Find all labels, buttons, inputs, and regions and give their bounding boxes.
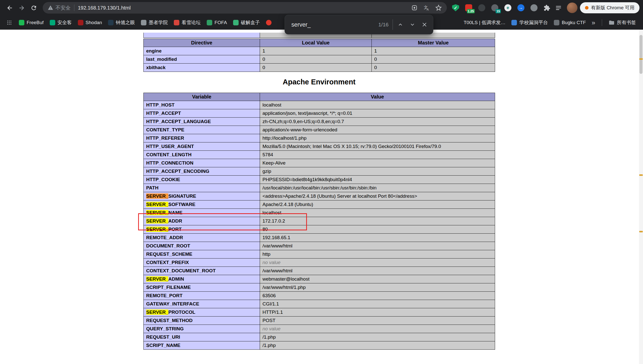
translate-icon[interactable]: 文A bbox=[423, 5, 430, 11]
bookmark-star-icon[interactable] bbox=[435, 5, 442, 11]
bookmark-favicon-icon bbox=[266, 20, 272, 25]
variable-cell: CONTENT_TYPE bbox=[144, 126, 260, 134]
bookmark-favicon-icon bbox=[511, 20, 517, 25]
bookmark-favicon-icon bbox=[233, 20, 239, 25]
extensions-puzzle-icon[interactable] bbox=[541, 2, 553, 14]
bookmark-item[interactable]: 学校漏洞平台 bbox=[509, 18, 551, 27]
variable-cell: SERVER_ADMIN bbox=[144, 275, 260, 283]
value-cell: 1 bbox=[260, 47, 372, 55]
counter-extension-icon[interactable]: 15 bbox=[489, 2, 501, 14]
value-cell: webmaster@localhost bbox=[260, 275, 495, 283]
table-row: REMOTE_PORT63506 bbox=[144, 291, 495, 300]
gray-extension-icon[interactable] bbox=[528, 2, 540, 14]
variable-cell: SERVER_SOFTWARE bbox=[144, 200, 260, 209]
variable-cell: SERVER_PROTOCOL bbox=[144, 308, 260, 316]
value-cell: no value bbox=[260, 258, 495, 267]
shield-extension-icon[interactable]: ✓ bbox=[450, 2, 461, 14]
e-extension-icon[interactable]: e bbox=[502, 2, 514, 14]
bookmark-item[interactable]: 看雪论坛 bbox=[171, 18, 203, 27]
value-cell: http://localhost/1.php bbox=[260, 134, 495, 142]
bookmark-item[interactable]: 破解盒子 bbox=[230, 18, 263, 27]
bookmark-item[interactable]: Shodan bbox=[75, 18, 105, 27]
find-match-highlight: SERVER_ bbox=[146, 227, 168, 232]
bookmarks-overflow-chevron[interactable]: » bbox=[589, 19, 598, 27]
profile-avatar[interactable] bbox=[567, 3, 577, 13]
page-scrollbar[interactable] bbox=[639, 30, 643, 364]
table-row: SERVER_NAMElocalhost bbox=[144, 209, 495, 217]
table-row: SERVER_PROTOCOLHTTP/1.1 bbox=[144, 308, 495, 316]
address-bar[interactable]: 不安全 192.168.179.130/1.html 文A bbox=[43, 2, 447, 14]
arrow-extension-icon[interactable]: → bbox=[515, 2, 527, 14]
table-row: HTTP_USER_AGENTMozilla/5.0 (Macintosh; I… bbox=[144, 142, 495, 150]
value-cell: /var/www/html bbox=[260, 242, 495, 250]
find-query-input[interactable]: server_ bbox=[291, 21, 378, 28]
chrome-update-button[interactable]: 有新版 Chrome 可用 bbox=[580, 2, 639, 13]
forward-arrow-icon bbox=[18, 5, 25, 11]
find-previous-button[interactable] bbox=[394, 19, 406, 31]
table-row: REQUEST_URI/1.php bbox=[144, 333, 495, 341]
variable-cell: REMOTE_ADDR bbox=[144, 233, 260, 242]
all-bookmarks-button[interactable]: 所有书签 bbox=[606, 18, 639, 27]
variable-cell: HTTP_ACCEPT_LANGUAGE bbox=[144, 117, 260, 126]
back-button[interactable] bbox=[4, 2, 16, 14]
bookmark-item[interactable]: 安全客 bbox=[47, 18, 75, 27]
bookmark-item[interactable]: Bugku CTF bbox=[551, 18, 588, 27]
extension-badge: 1.25 bbox=[467, 9, 475, 13]
variable-cell: HTTP_CONNECTION bbox=[144, 159, 260, 167]
bookmark-item[interactable]: FOFA bbox=[204, 18, 230, 27]
table-row: HTTP_ACCEPT_ENCODINGgzip bbox=[144, 167, 495, 175]
bookmark-label: 学校漏洞平台 bbox=[519, 19, 548, 26]
directive-cell bbox=[144, 33, 260, 38]
scrollbar-thumb[interactable] bbox=[639, 35, 642, 74]
bookmark-favicon-icon bbox=[50, 20, 55, 25]
find-match-highlight: SERVER_ bbox=[146, 193, 168, 199]
column-header: Directive bbox=[144, 39, 260, 47]
table-row: engine11 bbox=[144, 47, 495, 55]
value-cell: 192.168.65.1 bbox=[260, 233, 495, 242]
all-bookmarks-label: 所有书签 bbox=[617, 19, 636, 26]
section-title: Apache Environment bbox=[143, 78, 495, 86]
value-cell: <address>Apache/2.4.18 (Ubuntu) Server a… bbox=[260, 192, 495, 200]
apps-grid-icon[interactable] bbox=[4, 17, 15, 28]
security-chip[interactable]: 不安全 bbox=[48, 5, 71, 11]
find-next-button[interactable] bbox=[406, 19, 418, 31]
variable-cell: SCRIPT_FILENAME bbox=[144, 283, 260, 291]
dark-extension-icon[interactable] bbox=[476, 2, 488, 14]
table-row: SCRIPT_NAME/1.php bbox=[144, 341, 495, 349]
variable-cell: HTTP_USER_AGENT bbox=[144, 142, 260, 150]
find-close-button[interactable] bbox=[418, 19, 431, 31]
variable-cell: CONTEXT_PREFIX bbox=[144, 258, 260, 267]
table-row: SERVER_PORT80 bbox=[144, 225, 495, 233]
value-cell: 1 bbox=[372, 47, 495, 55]
bookmark-item[interactable]: 钟馗之眼 bbox=[105, 18, 138, 27]
bookmark-favicon-icon bbox=[207, 20, 212, 25]
extensions-cluster: ✓1.2515e→ bbox=[450, 2, 553, 14]
bookmark-item[interactable]: 墨者学院 bbox=[138, 18, 171, 27]
find-in-page-bar: server_ 1/16 bbox=[285, 15, 433, 34]
bookmark-label: 破解盒子 bbox=[241, 19, 260, 26]
bookmark-item[interactable]: T00LS | 低调求发… bbox=[461, 18, 508, 27]
variable-cell: HTTP_REFERER bbox=[144, 134, 260, 142]
value-cell: no value bbox=[260, 325, 495, 333]
variable-cell: QUERY_STRING bbox=[144, 325, 260, 333]
variable-cell: HTTP_COOKIE bbox=[144, 175, 260, 184]
back-arrow-icon bbox=[6, 5, 13, 11]
bookmark-item-partially-hidden[interactable] bbox=[263, 18, 274, 27]
url-text[interactable]: 192.168.179.130/1.html bbox=[78, 5, 411, 11]
value-cell: localhost bbox=[260, 209, 495, 217]
side-panel-icon[interactable] bbox=[553, 2, 564, 14]
variable-cell: CONTEXT_DOCUMENT_ROOT bbox=[144, 267, 260, 275]
reload-button[interactable] bbox=[28, 2, 40, 14]
find-match-highlight: SERVER_ bbox=[146, 276, 168, 282]
table-row: CONTENT_LENGTH5784 bbox=[144, 150, 495, 159]
bookmark-item[interactable]: FreeBuf bbox=[16, 18, 46, 27]
table-row: HTTP_COOKIEPHPSESSID=bdiet8t4g1k9kk8qbui… bbox=[144, 175, 495, 184]
table-row: PATH/usr/local/sbin:/usr/local/bin:/usr/… bbox=[144, 184, 495, 192]
table-row: HTTP_REFERERhttp://localhost/1.php bbox=[144, 134, 495, 142]
svg-text:A: A bbox=[427, 8, 429, 11]
column-header: Local Value bbox=[260, 39, 372, 47]
proxy-extension-icon[interactable]: 1.25 bbox=[463, 2, 474, 14]
bookmark-label: 钟馗之眼 bbox=[116, 19, 135, 26]
lens-icon[interactable] bbox=[411, 5, 418, 11]
forward-button[interactable] bbox=[16, 2, 28, 14]
